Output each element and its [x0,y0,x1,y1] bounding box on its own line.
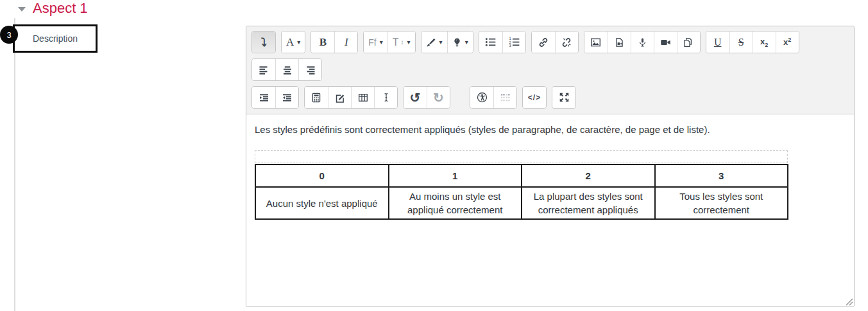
insert-table-button[interactable] [351,87,374,108]
accessibility-group [470,86,517,109]
link-group [531,31,579,53]
html-source-button[interactable]: </> [523,87,546,108]
unordered-list-button[interactable] [479,31,502,53]
text-style-group: U S x2 x2 [706,31,799,53]
accessibility-checker-button[interactable] [470,87,493,108]
screenreader-helper-button[interactable] [493,87,516,108]
score-cell-2[interactable]: La plupart des styles sont correctement … [522,187,655,219]
bold-italic-group: B I [311,31,358,53]
chevron-down-icon: ▾ [465,39,468,46]
align-right-icon [305,65,316,75]
record-audio-button[interactable] [631,31,654,53]
collapse-toolbar-icon: ⤵ [261,37,267,48]
annotation-badge: 3 [0,26,18,44]
insert-image-button[interactable] [584,31,608,53]
ordered-list-button[interactable]: 123 [502,31,525,53]
chevron-down-icon: ▾ [439,39,443,46]
list-group: 123 [479,31,526,53]
score-cell-1[interactable]: Au moins un style est appliqué correctem… [389,187,522,219]
align-center-button[interactable] [275,59,298,80]
indent-group [251,86,299,109]
aspect-header: Aspect 1 [18,0,88,17]
link-icon [538,37,549,48]
score-cell-0[interactable]: Aucun style n'est appliqué [255,187,389,219]
editor-toolbar: ⤵ A ▾ B I Ff ▾ [246,26,854,114]
format-group: A ▾ [281,31,305,53]
unlink-button[interactable] [555,31,578,53]
text-cursor-button[interactable] [374,87,397,108]
indent-guide-line [14,18,15,311]
undo-icon: ↺ [410,91,421,104]
redo-button[interactable]: ↻ [427,87,450,108]
table-icon [358,93,368,103]
screenreader-helper-icon [500,93,511,102]
indent-button[interactable] [275,87,298,108]
manage-files-button[interactable] [677,31,700,53]
aspect-title[interactable]: Aspect 1 [33,0,88,17]
underline-button[interactable]: U [706,31,729,53]
table-header-row: 0 1 2 3 [255,164,788,187]
score-header-0[interactable]: 0 [255,164,389,187]
superscript-button[interactable]: x2 [776,31,799,53]
score-cell-3[interactable]: Tous les styles sont correctement [655,187,788,219]
table-row: Aucun style n'est appliqué Au moins un s… [255,187,788,219]
outdent-button[interactable] [252,87,275,108]
align-center-icon [282,65,293,75]
resize-grip-icon[interactable] [844,296,853,306]
font-size-arrows-icon: ↕ [401,39,404,46]
outdent-icon [259,93,269,103]
rich-text-editor: ⤵ A ▾ B I Ff ▾ [246,26,855,307]
history-group: ↺ ↻ [403,86,450,109]
link-button[interactable] [532,31,555,53]
equation-button[interactable] [305,87,328,108]
edit-icon [335,93,345,103]
insert-media-button[interactable] [608,31,631,53]
media-group [584,31,701,53]
rubric-score-table: 0 1 2 3 Aucun style n'est appliqué Au mo… [255,164,788,220]
paragraph-format-button[interactable]: A ▾ [282,31,305,53]
italic-button[interactable]: I [334,31,357,53]
score-header-3[interactable]: 3 [655,164,788,187]
insert-tools-group [304,86,398,109]
text-color-button[interactable]: ▾ [421,31,447,53]
align-left-icon [259,65,269,75]
redo-icon: ↻ [433,91,444,104]
indent-icon [282,93,293,103]
highlight-color-button[interactable]: ▾ [447,31,473,53]
score-header-1[interactable]: 1 [389,164,522,187]
chevron-down-icon: ▾ [380,39,383,46]
fullscreen-icon [559,92,570,103]
font-group: Ff ▾ T ↕ ▾ [363,31,415,53]
font-family-button[interactable]: Ff ▾ [364,31,387,53]
description-field-label[interactable]: Description [13,24,98,53]
font-size-button[interactable]: T ↕ ▾ [387,31,415,53]
fullscreen-group [552,86,576,109]
fullscreen-button[interactable] [552,87,575,108]
chevron-down-icon: ▾ [407,39,411,46]
align-group [251,58,322,81]
annotation-number: 3 [6,30,11,40]
undo-button[interactable]: ↺ [404,87,427,108]
edit-button[interactable] [328,87,351,108]
strikethrough-button[interactable]: S [729,31,753,53]
align-right-button[interactable] [298,59,321,80]
ordered-list-icon: 123 [509,37,520,48]
table-caption-placeholder[interactable] [255,150,788,163]
description-label-text: Description [33,33,78,44]
editor-content-area[interactable]: Les styles prédéfinis sont correctement … [246,114,854,307]
accessibility-checker-icon [477,92,488,103]
align-left-button[interactable] [252,59,275,80]
bold-button[interactable]: B [311,31,334,53]
microphone-icon [638,37,647,48]
highlight-bulb-icon [452,37,462,48]
score-header-2[interactable]: 2 [522,164,655,187]
unlink-icon [561,37,572,48]
collapse-toolbar-button[interactable]: ⤵ [252,31,275,53]
collapse-triangle-icon[interactable] [18,7,26,12]
subscript-button[interactable]: x2 [753,31,776,53]
toolbar-row-3: ↺ ↻ </> [251,86,849,109]
html-code-icon: </> [528,93,541,102]
record-video-button[interactable] [654,31,677,53]
color-group: ▾ ▾ [421,31,473,53]
unordered-list-icon [485,37,496,48]
